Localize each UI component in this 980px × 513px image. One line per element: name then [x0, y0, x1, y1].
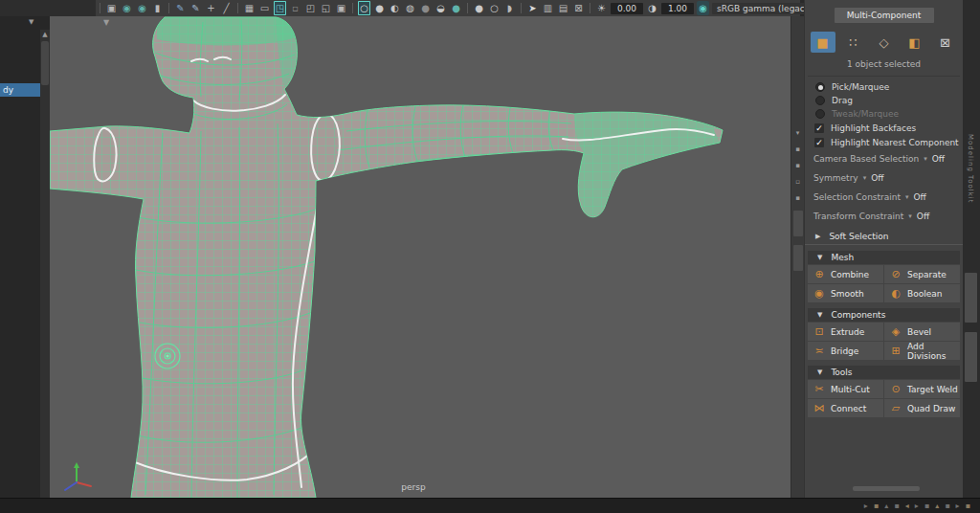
- vertical-tab-label[interactable]: Modeling Toolkit: [967, 134, 974, 203]
- checkbox-highlight-nearest-component[interactable]: ✓Highlight Nearest Component: [805, 135, 963, 149]
- status-icon[interactable]: ◂: [905, 502, 909, 510]
- bookmarks-icon[interactable]: ▮: [151, 1, 164, 15]
- field-chart-icon[interactable]: ▣: [335, 1, 347, 15]
- connect-button[interactable]: ⋈Connect: [808, 399, 883, 417]
- combine-button[interactable]: ⊕Combine: [808, 265, 883, 283]
- strip-button[interactable]: [793, 211, 803, 236]
- ambient-occlusion-icon[interactable]: ◒: [434, 1, 447, 15]
- multi-cut-button[interactable]: ✂Multi-Cut: [808, 380, 883, 398]
- status-icon[interactable]: ▪: [966, 502, 970, 510]
- panel-menu-arrow-icon[interactable]: ▼: [29, 18, 33, 26]
- gate-mask-icon[interactable]: ▫: [289, 1, 301, 15]
- toolbar-separator: [590, 3, 590, 13]
- extrude-button[interactable]: ⊡Extrude: [808, 323, 883, 341]
- resolution-gate-icon[interactable]: ◳: [274, 1, 286, 15]
- move-icon[interactable]: +: [205, 1, 217, 15]
- bridge-button[interactable]: ≍Bridge: [808, 342, 883, 360]
- status-icon[interactable]: ▪: [924, 502, 929, 510]
- no-image-icon[interactable]: ⊠: [572, 1, 585, 15]
- vertical-tab-button[interactable]: [965, 273, 977, 323]
- face-mode-icon[interactable]: ◧: [902, 32, 927, 53]
- strip-icon[interactable]: ▪: [795, 194, 800, 202]
- tab-multi-component[interactable]: Multi-Component: [835, 8, 934, 23]
- strip-icon[interactable]: ▫: [795, 178, 800, 186]
- vertex-mode-icon[interactable]: ∷: [841, 32, 866, 53]
- wireframe-display-icon[interactable]: ○: [358, 1, 370, 15]
- film-gate-icon[interactable]: ▭: [258, 1, 271, 15]
- scrollbar-thumb[interactable]: [41, 41, 49, 85]
- 3d-viewport[interactable]: [50, 16, 791, 498]
- isolate-select-icon[interactable]: ○: [488, 1, 501, 15]
- status-icon[interactable]: ▸: [915, 502, 919, 510]
- section-header-tools[interactable]: ▼Tools: [808, 366, 960, 379]
- safe-title-icon[interactable]: ◱: [320, 1, 332, 15]
- select-camera-icon[interactable]: ▣: [105, 1, 118, 15]
- motion-blur-icon[interactable]: ●: [450, 1, 462, 15]
- toolkit-hscrollbar[interactable]: [853, 486, 920, 491]
- separate-button[interactable]: ⊘Separate: [884, 265, 960, 283]
- quad-draw-button[interactable]: ▱Quad Draw: [884, 399, 960, 417]
- viewport-panel-menu-icon[interactable]: ▼: [103, 18, 109, 27]
- viewport-canvas[interactable]: [50, 16, 791, 498]
- target-weld-button[interactable]: ⊙Target Weld: [884, 380, 960, 398]
- radio-pick-marquee[interactable]: Pick/Marquee: [805, 80, 963, 94]
- grid-icon[interactable]: ▦: [243, 1, 256, 15]
- dropdown-symmetry[interactable]: Symmetry▾Off: [805, 168, 963, 188]
- fx-icon[interactable]: ◗: [503, 1, 516, 15]
- boolean-button[interactable]: ◐Boolean: [884, 284, 960, 302]
- status-icon[interactable]: ▪: [874, 502, 879, 510]
- outliner-scrollbar[interactable]: ▲: [40, 30, 50, 498]
- exposure-field[interactable]: 0.00: [611, 3, 643, 14]
- separate-icon: ⊘: [890, 268, 902, 280]
- shadows-icon[interactable]: ●: [419, 1, 432, 15]
- object-mode-icon[interactable]: ■: [811, 32, 835, 53]
- selection-mode-row: ■∷◇◧⊠: [805, 32, 963, 53]
- vertical-tab-button[interactable]: [965, 332, 977, 382]
- radio-drag[interactable]: Drag: [805, 94, 963, 107]
- strip-button[interactable]: [793, 245, 803, 271]
- scrollbar-up-icon[interactable]: ▲: [40, 30, 50, 39]
- status-icon[interactable]: ▴: [935, 502, 939, 510]
- dropdown-selection-constraint[interactable]: Selection Constraint▾Off: [805, 188, 963, 207]
- status-icon[interactable]: ▪: [894, 502, 899, 510]
- strip-icon[interactable]: ▾: [796, 129, 800, 137]
- pan-zoom-icon[interactable]: ✎: [189, 1, 202, 15]
- multi-component-mode-icon[interactable]: ⊠: [933, 32, 958, 53]
- smooth-button[interactable]: ◉Smooth: [808, 284, 883, 302]
- status-icon[interactable]: ▪: [945, 502, 949, 510]
- soft-selection-row[interactable]: ▶ Soft Selection: [805, 229, 963, 245]
- gamma-icon[interactable]: ◑: [646, 1, 658, 15]
- dropdown-value: Off: [932, 154, 945, 164]
- strip-icon[interactable]: ▪: [795, 145, 800, 153]
- section-header-components[interactable]: ▼Components: [808, 308, 960, 322]
- view-transform-icon[interactable]: ◉: [697, 1, 709, 15]
- status-icon[interactable]: ▸: [956, 502, 960, 510]
- safe-action-icon[interactable]: ◰: [304, 1, 317, 15]
- xray-icon[interactable]: ●: [473, 1, 485, 15]
- outliner-selected-item[interactable]: dy: [0, 83, 45, 97]
- checkbox-highlight-backfaces[interactable]: ✓Highlight Backfaces: [805, 121, 963, 135]
- strip-icon[interactable]: ▪: [795, 162, 800, 169]
- lights-icon[interactable]: ◍: [404, 1, 416, 15]
- radio-tweak-marquee[interactable]: Tweak/Marquee: [805, 107, 963, 121]
- collapse-arrow-icon: ▼: [817, 254, 822, 261]
- dropdown-camera-based-selection[interactable]: Camera Based Selection▾Off: [805, 149, 963, 168]
- status-icon[interactable]: ▸: [864, 502, 868, 510]
- image-plane-icon[interactable]: ✎: [174, 1, 187, 15]
- measure-icon[interactable]: ╱: [220, 1, 233, 15]
- section-header-mesh[interactable]: ▼Mesh: [808, 251, 960, 264]
- snapshot-icon[interactable]: ▥: [542, 1, 554, 15]
- dropdown-transform-constraint[interactable]: Transform Constraint▾Off: [805, 207, 963, 226]
- bevel-button[interactable]: ◈Bevel: [884, 323, 960, 341]
- camera-attributes-icon[interactable]: ◉: [136, 1, 148, 15]
- snapshot-bake-icon[interactable]: ▤: [557, 1, 569, 15]
- exposure-icon[interactable]: ☀: [595, 1, 608, 15]
- lock-camera-icon[interactable]: ◉: [121, 1, 133, 15]
- gamma-field[interactable]: 1.00: [661, 3, 694, 14]
- add-divisions-button[interactable]: ⊞Add Divisions: [884, 342, 960, 360]
- edge-mode-icon[interactable]: ◇: [872, 32, 897, 53]
- textured-display-icon[interactable]: ◐: [389, 1, 401, 15]
- cursor-icon[interactable]: ➤: [526, 1, 539, 15]
- shaded-display-icon[interactable]: ●: [373, 1, 386, 15]
- status-icon[interactable]: ▴: [884, 502, 888, 510]
